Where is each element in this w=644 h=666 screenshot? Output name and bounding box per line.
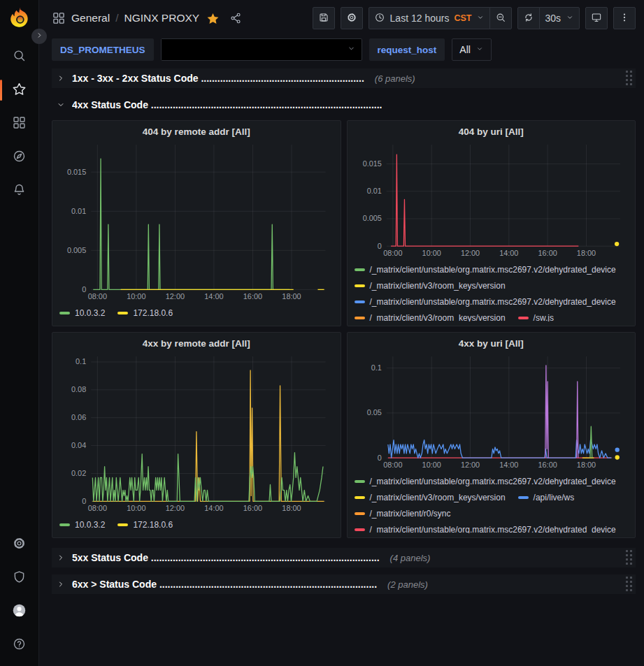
variables-toolbar: DS_PROMETHEUS request_host All <box>39 36 644 63</box>
clock-icon <box>374 12 385 25</box>
legend-label: 10.0.3.2 <box>75 308 105 318</box>
legend-label: /_matrix/client/v3/room_keys/version <box>370 313 506 322</box>
timeseries-chart[interactable]: 08:0010:0012:0014:0016:0018:0000.050.1 <box>355 352 629 472</box>
sidebar-item-configuration[interactable] <box>0 528 39 561</box>
svg-text:12:00: 12:00 <box>460 461 479 469</box>
svg-text:08:00: 08:00 <box>88 292 107 301</box>
svg-text:16:00: 16:00 <box>243 292 262 301</box>
panel-title[interactable]: 4xx by uri [All] <box>355 336 629 352</box>
more-options-button[interactable] <box>613 7 636 29</box>
legend-item[interactable]: /_matrix/client/v3/room_keys/version <box>355 281 506 291</box>
legend-item[interactable]: /sw.js <box>518 313 554 322</box>
legend-swatch <box>518 496 529 499</box>
main-area: General / NGINX PROXY Last 12 hours CST <box>39 0 644 666</box>
sidebar-item-explore[interactable] <box>0 140 39 174</box>
legend-item[interactable]: /_matrix/client/unstable/org.matrix.msc2… <box>355 477 616 486</box>
variable-label-request-host[interactable]: request_host <box>369 38 445 61</box>
legend-item[interactable]: /_matrix/client/unstable/org.matrix.msc2… <box>355 525 616 534</box>
legend-label: /api/live/ws <box>534 493 575 502</box>
legend-swatch <box>355 512 365 515</box>
legend-item[interactable]: /_matrix/client/r0/sync <box>355 509 451 519</box>
dashboards-grid-icon[interactable] <box>52 11 66 25</box>
svg-text:14:00: 14:00 <box>499 249 518 257</box>
timeseries-chart[interactable]: 08:0010:0012:0014:0016:0018:0000.020.040… <box>59 352 334 515</box>
sidebar-item-starred[interactable] <box>0 73 39 107</box>
breadcrumb-title[interactable]: NGINX PROXY <box>124 12 199 24</box>
chevron-down-icon <box>56 100 66 110</box>
sidebar-expand-button[interactable] <box>31 29 47 44</box>
svg-text:0.06: 0.06 <box>71 413 86 421</box>
row-5xx[interactable]: 5xx Status Code ........................… <box>52 548 636 567</box>
svg-text:0.005: 0.005 <box>67 246 86 254</box>
svg-text:0.1: 0.1 <box>76 357 86 365</box>
legend-label: 172.18.0.6 <box>133 520 173 530</box>
variable-value-datasource[interactable] <box>161 38 362 61</box>
zoom-out-button[interactable] <box>489 7 512 29</box>
sidebar-item-alerting[interactable] <box>0 174 39 208</box>
row-title: 4xx Status Code ........................… <box>72 99 382 110</box>
legend-item[interactable]: /_matrix/client/unstable/org.matrix.msc2… <box>355 297 616 307</box>
svg-text:18:00: 18:00 <box>576 249 595 257</box>
breadcrumb-section[interactable]: General <box>71 12 110 24</box>
timeseries-chart[interactable]: 08:0010:0012:0014:0016:0018:0000.0050.01… <box>59 140 334 303</box>
time-range-picker[interactable]: Last 12 hours CST <box>368 7 491 29</box>
cycle-view-mode-button[interactable] <box>585 7 608 29</box>
chevron-right-icon <box>35 31 44 42</box>
panel-title[interactable]: 404 by uri [All] <box>355 124 629 140</box>
panel-title[interactable]: 4xx by remote addr [All] <box>59 336 334 352</box>
share-icon[interactable] <box>229 12 242 24</box>
legend-swatch <box>355 480 365 483</box>
row-4xx[interactable]: 4xx Status Code ........................… <box>52 95 636 115</box>
dashboard-settings-button[interactable] <box>341 7 363 29</box>
panel-4xx-by-uri: 4xx by uri [All] 08:0010:0012:0014:0016:… <box>347 332 636 538</box>
panel-title[interactable]: 404 by remote addr [All] <box>59 124 334 140</box>
legend-item[interactable]: 10.0.3.2 <box>59 308 105 318</box>
row-drag-handle[interactable] <box>626 550 633 565</box>
redacted-datasource-value <box>162 39 341 60</box>
row-1xx-3xx-2xx[interactable]: 1xx - 3xx - 2xx Status Code ............… <box>52 68 636 88</box>
refresh-interval-picker[interactable]: 30s <box>539 7 580 29</box>
favorite-star-icon[interactable] <box>206 12 220 25</box>
chevron-right-icon <box>56 579 66 589</box>
grafana-logo-icon[interactable] <box>8 6 31 30</box>
legend-item[interactable]: /_matrix/client/v3/room_keys/version <box>355 313 506 322</box>
legend-label: /_matrix/client/unstable/org.matrix.msc2… <box>370 525 616 534</box>
legend-swatch <box>59 312 70 314</box>
legend-row: /_matrix/client/v3/room_keys/version/sw.… <box>355 310 629 321</box>
sidebar-item-search[interactable] <box>0 40 39 73</box>
legend-item[interactable]: /api/live/ws <box>518 493 575 502</box>
legend-item[interactable]: /_matrix/client/v3/room_keys/version <box>355 493 506 502</box>
apps-grid-icon <box>12 115 27 132</box>
chevron-down-icon <box>476 13 485 24</box>
row-6xx[interactable]: 6xx > Status Code ......................… <box>52 574 636 594</box>
variable-label-ds-prometheus[interactable]: DS_PROMETHEUS <box>52 38 154 61</box>
sidebar <box>0 0 39 666</box>
legend-swatch <box>355 301 365 303</box>
svg-text:16:00: 16:00 <box>538 461 557 469</box>
legend-row: /_matrix/client/v3/room_keys/version <box>355 277 629 294</box>
svg-text:08:00: 08:00 <box>383 249 402 257</box>
row-drag-handle[interactable] <box>626 71 633 86</box>
sidebar-item-server-admin[interactable] <box>0 561 39 595</box>
refresh-button[interactable] <box>517 7 540 29</box>
sidebar-item-help[interactable] <box>0 628 39 662</box>
svg-text:12:00: 12:00 <box>166 292 185 301</box>
sidebar-item-profile[interactable] <box>0 595 39 628</box>
legend-label: /_matrix/client/v3/room_keys/version <box>370 281 506 291</box>
navbar-actions: Last 12 hours CST 30s <box>313 7 636 29</box>
legend-item[interactable]: 172.18.0.6 <box>117 520 173 530</box>
legend-swatch <box>117 523 128 526</box>
sidebar-item-dashboards[interactable] <box>0 107 39 140</box>
row-panel-count: (6 panels) <box>375 73 415 84</box>
gear-icon <box>346 12 357 25</box>
legend-item[interactable]: /_matrix/client/unstable/org.matrix.msc2… <box>355 265 616 275</box>
variable-value-request-host[interactable]: All <box>452 38 492 61</box>
row-title: 5xx Status Code ........................… <box>72 552 380 563</box>
top-navbar: General / NGINX PROXY Last 12 hours CST <box>39 0 644 36</box>
legend-item[interactable]: 10.0.3.2 <box>59 520 105 530</box>
legend-item[interactable]: 172.18.0.6 <box>117 308 173 318</box>
row-drag-handle[interactable] <box>626 577 633 592</box>
timeseries-chart[interactable]: 08:0010:0012:0014:0016:0018:0000.0050.01… <box>355 140 629 260</box>
save-dashboard-button[interactable] <box>313 7 335 29</box>
refresh-icon <box>523 12 534 25</box>
